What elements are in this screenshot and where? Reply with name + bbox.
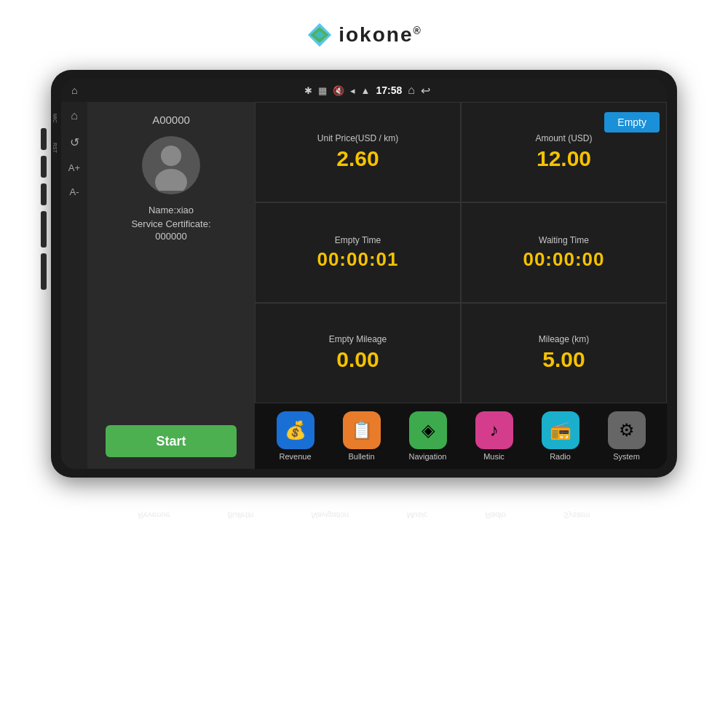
app-icon-navigation[interactable]: ◈Navigation [409,411,447,461]
mic-label: MIC [52,114,58,123]
nav-home-icon[interactable]: ⌂ [71,109,78,122]
reflection-text: Navigation [312,511,349,520]
svg-point-4 [155,169,187,191]
app-icons-row: 💰Revenue📋Bulletin◈Navigation♪Music📻Radio… [255,403,667,469]
device-shell: MIC RST ⌂ ✱ ▦ 🔇 ◂ ▲ 17:58 ⌂ ↩ [51,70,677,478]
app-icon-circle-radio: 📻 [542,411,579,449]
reflection-text: Music [406,511,427,520]
reflection-text: Bulletin [227,511,253,520]
waiting-time-label: Waiting Time [539,235,589,245]
network-icon: ▦ [318,85,327,96]
svg-point-3 [161,146,181,166]
left-panel: A00000 Name:xiao Service Certificate: 00… [87,102,255,469]
side-buttons [41,128,47,290]
service-cert-num: 000000 [155,231,186,242]
home-hw-btn[interactable] [41,156,47,178]
back-hw-btn[interactable] [41,183,47,205]
empty-mileage-value: 0.00 [336,347,379,372]
unit-price-cell: Unit Price(USD / km) 2.60 [255,102,461,202]
app-icon-circle-music: ♪ [475,411,513,449]
app-icon-bulletin[interactable]: 📋Bulletin [343,411,381,461]
avatar [142,136,200,194]
status-left: ⌂ [71,84,77,96]
logo-text: iokone® [339,23,422,47]
empty-button[interactable]: Empty [604,112,660,132]
reflection-area: RevenueBulletinNavigationMusicRadioSyste… [51,476,677,520]
app-icon-radio[interactable]: 📻Radio [542,411,579,461]
app-icon-label-revenue: Revenue [279,452,311,461]
unit-price-label: Unit Price(USD / km) [317,133,398,143]
home-status-icon[interactable]: ⌂ [71,84,77,96]
bluetooth-icon: ✱ [304,85,312,96]
bars-icon: ▲ [361,85,371,96]
mute-icon: 🔇 [333,85,344,96]
unit-price-value: 2.60 [336,146,379,171]
side-nav: ⌂ ↺ A+ A- [61,102,87,469]
vol-down-btn[interactable] [41,253,47,290]
app-icon-label-radio: Radio [550,452,571,461]
nav-voldn-icon[interactable]: A- [70,186,79,197]
start-button[interactable]: Start [106,425,237,457]
brand-nav-icon: ⌂ [408,84,415,97]
rst-label: RST [52,143,58,153]
empty-time-cell: Empty Time 00:00:01 [255,202,461,303]
power-btn[interactable] [41,128,47,150]
empty-btn-area: Empty [604,112,660,132]
vol-up-btn[interactable] [41,211,47,248]
app-icon-system[interactable]: ⚙System [608,411,646,461]
mileage-cell: Mileage (km) 5.00 [461,303,667,403]
reflection-text: Radio [485,511,506,520]
reflection-text: Revenue [138,511,170,520]
app-icon-circle-system: ⚙ [608,411,646,449]
vehicle-id: A00000 [152,114,190,126]
driver-name: Name:xiao [149,205,194,215]
app-icon-circle-revenue: 💰 [277,411,314,449]
main-content: ⌂ ↺ A+ A- A00000 Name:xiao Service Certi… [61,102,667,469]
waiting-time-cell: Waiting Time 00:00:00 [461,202,667,303]
meter-grid: Empty Unit Price(USD / km) 2.60 Amount (… [255,102,667,403]
signal-icon: ◂ [350,85,355,96]
app-icon-music[interactable]: ♪Music [475,411,513,461]
mileage-value: 5.00 [542,347,585,372]
avatar-silhouette [146,140,197,191]
reflection-text: System [563,511,590,520]
amount-label: Amount (USD) [535,133,592,143]
screen: ⌂ ✱ ▦ 🔇 ◂ ▲ 17:58 ⌂ ↩ ⌂ ↺ A+ A- [61,79,667,469]
app-icon-label-music: Music [483,452,505,461]
app-icon-label-system: System [613,452,640,461]
empty-time-label: Empty Time [335,235,381,245]
logo-icon [306,22,333,48]
status-time: 17:58 [376,84,402,96]
status-bar: ⌂ ✱ ▦ 🔇 ◂ ▲ 17:58 ⌂ ↩ [61,79,667,102]
status-center: ✱ ▦ 🔇 ◂ ▲ 17:58 ⌂ ↩ [304,84,430,98]
nav-back-icon[interactable]: ↺ [70,135,79,149]
app-icon-revenue[interactable]: 💰Revenue [277,411,314,461]
back-icon[interactable]: ↩ [421,84,430,98]
empty-mileage-label: Empty Mileage [329,334,387,344]
app-icon-label-navigation: Navigation [409,452,447,461]
app-icon-label-bulletin: Bulletin [348,452,374,461]
empty-mileage-cell: Empty Mileage 0.00 [255,303,461,403]
right-panel: Empty Unit Price(USD / km) 2.60 Amount (… [255,102,667,469]
service-cert-label: Service Certificate: [131,218,210,229]
app-icon-circle-navigation: ◈ [409,411,447,449]
mileage-label: Mileage (km) [539,334,589,344]
nav-volup-icon[interactable]: A+ [68,162,80,173]
app-icon-circle-bulletin: 📋 [343,411,381,449]
amount-value: 12.00 [537,146,591,171]
empty-time-value: 00:00:01 [317,248,398,271]
waiting-time-value: 00:00:00 [523,248,604,271]
logo-area: iokone® [306,22,422,48]
